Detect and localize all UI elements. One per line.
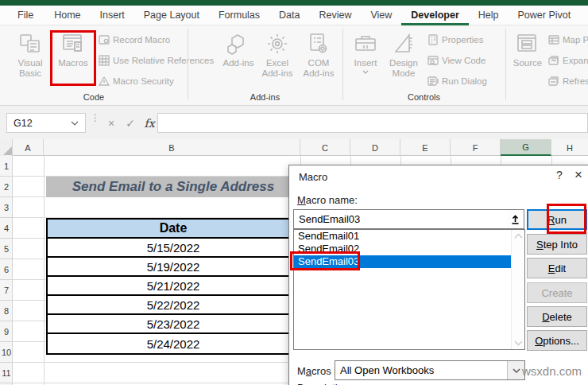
- column-header-e[interactable]: E: [400, 139, 451, 156]
- add-ins-button[interactable]: Add-ins: [221, 29, 256, 91]
- tab-power-pivot[interactable]: Power Pivot: [509, 6, 581, 25]
- tab-file[interactable]: File: [0, 6, 44, 25]
- row-header-8[interactable]: 8: [0, 301, 13, 321]
- tab-data[interactable]: Data: [269, 6, 309, 25]
- column-header-f[interactable]: F: [451, 139, 501, 156]
- step-into-button[interactable]: Step Into: [527, 234, 587, 255]
- macro-name-input[interactable]: SendEmail03: [293, 209, 508, 229]
- record-macro-button[interactable]: Record Macro: [99, 33, 170, 46]
- record-macro-icon: [99, 34, 110, 45]
- date-cell[interactable]: 5/23/2022: [48, 315, 299, 334]
- scroll-up-icon[interactable]: [514, 233, 523, 239]
- visual-basic-button[interactable]: Visual Basic: [11, 29, 49, 91]
- run-dialog-button[interactable]: Run Dialog: [427, 75, 487, 88]
- column-header-c[interactable]: C: [300, 139, 350, 156]
- column-header-h[interactable]: H: [551, 139, 588, 156]
- row-header-6[interactable]: 6: [0, 259, 13, 280]
- edit-button[interactable]: Edit: [527, 258, 587, 278]
- insert-control-button[interactable]: Insert: [348, 29, 383, 91]
- column-header-a[interactable]: A: [13, 139, 44, 156]
- toolbox-icon: [354, 32, 377, 56]
- macro-list-scrollbar[interactable]: [511, 230, 524, 349]
- column-header-d[interactable]: D: [350, 139, 400, 156]
- date-table-header[interactable]: Date: [48, 220, 299, 239]
- row-header-11[interactable]: 11: [0, 363, 13, 383]
- tab-developer[interactable]: Developer: [401, 6, 468, 25]
- excel-window: File Home Insert Page Layout Formulas Da…: [0, 0, 588, 385]
- design-mode-label: Design Mode: [385, 58, 423, 79]
- design-mode-button[interactable]: Design Mode: [385, 29, 423, 91]
- create-button: Create: [527, 282, 587, 303]
- row-header-3[interactable]: 3: [0, 197, 13, 218]
- date-cell[interactable]: 5/24/2022: [48, 334, 299, 353]
- source-icon: [516, 32, 540, 56]
- column-headers: A B C D E F G H: [0, 139, 588, 156]
- macro-list[interactable]: SendEmail01 SendEmail02 SendEmail03: [293, 229, 525, 350]
- group-separator: [505, 29, 506, 100]
- delete-button[interactable]: Delete: [527, 306, 587, 327]
- options-button[interactable]: Options...: [527, 330, 587, 351]
- enter-button[interactable]: ✓: [121, 113, 140, 133]
- row-header-5[interactable]: 5: [0, 239, 13, 259]
- up-arrow-from-bar-icon: [511, 214, 520, 224]
- tab-page-layout[interactable]: Page Layout: [134, 6, 209, 25]
- date-cell[interactable]: 5/19/2022: [48, 258, 299, 277]
- add-ins-label: Add-ins: [223, 58, 254, 68]
- annotation-box-run: [547, 204, 586, 234]
- macro-list-item[interactable]: SendEmail01: [294, 230, 524, 243]
- row-header-7[interactable]: 7: [0, 280, 13, 301]
- view-code-button[interactable]: View Code: [427, 54, 485, 67]
- code-group-label: Code: [0, 92, 188, 102]
- row-header-1[interactable]: 1: [0, 156, 13, 177]
- relative-references-icon: [99, 55, 110, 66]
- insert-function-button[interactable]: fx: [140, 113, 159, 133]
- formula-input[interactable]: [157, 113, 588, 133]
- date-cell[interactable]: 5/22/2022: [48, 296, 299, 315]
- com-add-ins-button[interactable]: COM Add-ins: [299, 29, 338, 91]
- refresh-data-button[interactable]: Refresh: [548, 75, 588, 88]
- date-cell[interactable]: 5/21/2022: [48, 277, 299, 296]
- row-header-2[interactable]: 2: [0, 177, 13, 197]
- name-box-chevron-icon[interactable]: [71, 121, 79, 126]
- excel-add-ins-label: Excel Add-ins: [257, 58, 297, 79]
- tab-help[interactable]: Help: [469, 6, 509, 25]
- column-header-b[interactable]: B: [44, 139, 300, 156]
- properties-icon: [427, 34, 439, 45]
- excel-add-ins-button[interactable]: Excel Add-ins: [257, 29, 297, 91]
- macro-dialog: Macro ? × Macro name: SendEmail03 SendEm…: [288, 165, 588, 385]
- visual-basic-icon: [18, 32, 42, 56]
- source-button[interactable]: Source: [510, 29, 545, 91]
- tab-view[interactable]: View: [361, 6, 401, 25]
- column-header-g[interactable]: G: [501, 139, 551, 156]
- map-properties-button[interactable]: Map Pr: [548, 33, 588, 46]
- row-header-9[interactable]: 9: [0, 321, 13, 342]
- macros-in-dropdown[interactable]: All Open Workbooks: [335, 360, 525, 380]
- chevron-down-icon: [362, 70, 369, 74]
- insert-control-label: Insert: [354, 58, 377, 68]
- gridline: [44, 156, 44, 385]
- dialog-title: Macro: [299, 171, 327, 183]
- tab-formulas[interactable]: Formulas: [209, 6, 269, 25]
- formula-bar-grip[interactable]: ⋮: [91, 115, 100, 120]
- add-ins-icon: [226, 32, 250, 56]
- row-header-10[interactable]: 10: [0, 342, 13, 363]
- scroll-down-icon[interactable]: [514, 340, 523, 346]
- close-icon[interactable]: ×: [569, 167, 588, 186]
- use-relative-references-button[interactable]: Use Relative References: [99, 54, 214, 67]
- map-properties-icon: [548, 34, 559, 45]
- use-relative-references-label: Use Relative References: [113, 56, 214, 65]
- expansion-packs-button[interactable]: Expansi: [548, 54, 588, 67]
- tab-review[interactable]: Review: [309, 6, 361, 25]
- tab-insert[interactable]: Insert: [91, 6, 134, 25]
- cancel-button[interactable]: ×: [102, 113, 121, 133]
- expansion-packs-label: Expansi: [563, 56, 588, 65]
- date-cell[interactable]: 5/15/2022: [48, 239, 299, 258]
- select-all-corner[interactable]: [0, 139, 13, 156]
- properties-button[interactable]: Properties: [427, 33, 483, 46]
- tab-home[interactable]: Home: [44, 6, 90, 25]
- macro-name-up-button[interactable]: [507, 209, 524, 229]
- macro-security-button[interactable]: Macro Security: [99, 75, 174, 88]
- row-header-4[interactable]: 4: [0, 218, 13, 239]
- name-box[interactable]: G12: [6, 113, 86, 133]
- help-button[interactable]: ?: [551, 169, 567, 185]
